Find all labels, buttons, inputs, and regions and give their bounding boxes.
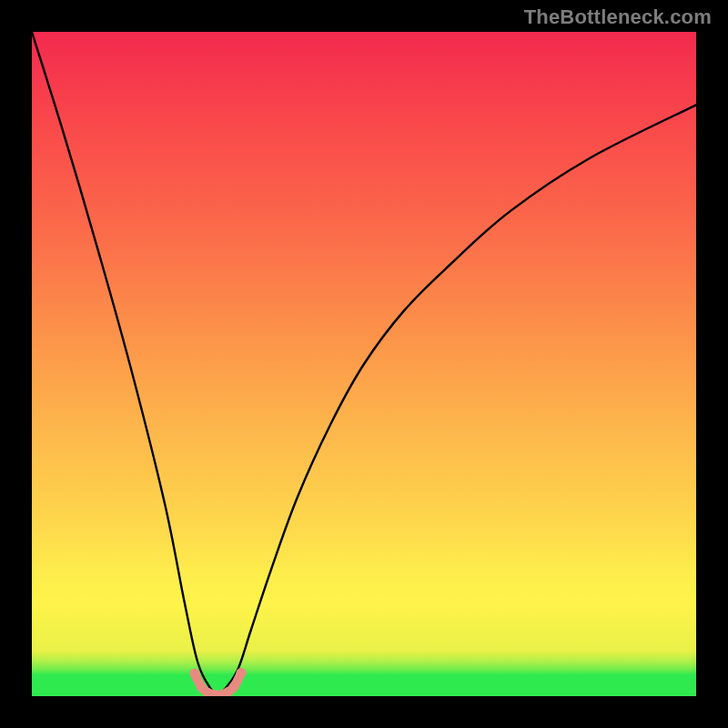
trough-marker-dot [236, 668, 246, 678]
trough-marker-dot [189, 669, 199, 679]
watermark-text: TheBottleneck.com [524, 5, 712, 29]
chart-svg [32, 32, 696, 696]
chart-frame: TheBottleneck.com [0, 0, 728, 728]
bottleneck-curve [32, 32, 696, 696]
trough-marker-dot [229, 682, 239, 692]
